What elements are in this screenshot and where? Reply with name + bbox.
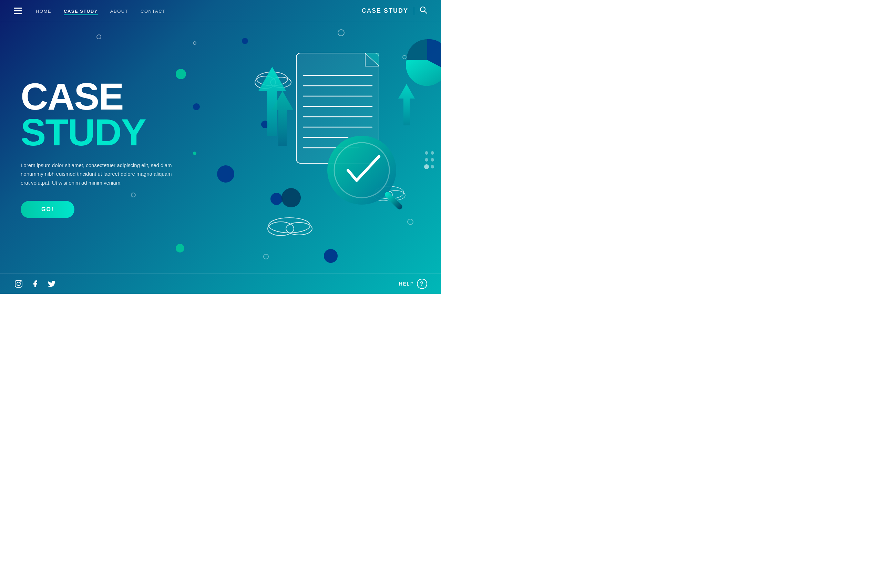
left-content: CASE STUDY Lorem ipsum dolor sit amet, c… (21, 78, 200, 218)
nav-right: CASE STUDY (362, 6, 427, 15)
svg-point-38 (20, 281, 21, 282)
svg-point-33 (430, 151, 434, 154)
twitter-icon[interactable] (47, 279, 57, 289)
nav-item-home[interactable]: HOME (36, 8, 51, 14)
hero-description: Lorem ipsum dolor sit amet, consectetuer… (21, 161, 176, 188)
main-content: CASE STUDY Lorem ipsum dolor sit amet, c… (0, 22, 441, 274)
instagram-icon[interactable] (14, 279, 23, 289)
page-wrapper: HOME CASE STUDY ABOUT CONTACT CASE STUDY (0, 0, 441, 294)
help-button[interactable]: ? (417, 279, 427, 289)
social-links (14, 279, 57, 289)
nav-item-case-study[interactable]: CASE STUDY (64, 8, 98, 14)
hamburger-menu[interactable] (14, 8, 22, 14)
nav-item-about[interactable]: ABOUT (110, 8, 128, 14)
nav-item-contact[interactable]: CONTACT (141, 8, 165, 14)
navbar: HOME CASE STUDY ABOUT CONTACT CASE STUDY (0, 0, 441, 22)
search-icon[interactable] (420, 6, 427, 15)
hero-title-case: CASE (21, 78, 200, 115)
nav-divider (414, 7, 414, 15)
svg-point-35 (430, 165, 434, 168)
svg-rect-36 (15, 280, 22, 287)
facebook-icon[interactable] (30, 279, 40, 289)
help-section: HELP ? (399, 279, 427, 289)
svg-point-34 (430, 158, 434, 162)
go-button[interactable]: GO! (21, 201, 74, 218)
footer: HELP ? (0, 273, 441, 294)
svg-point-32 (424, 164, 429, 169)
svg-line-1 (424, 11, 427, 14)
right-illustration (165, 22, 441, 274)
svg-point-30 (425, 151, 428, 154)
svg-point-37 (17, 282, 20, 285)
hero-title-study: STUDY (21, 114, 200, 150)
brand-text: CASE STUDY (362, 7, 408, 15)
help-label: HELP (399, 281, 414, 286)
svg-point-31 (425, 158, 428, 162)
nav-left: HOME CASE STUDY ABOUT CONTACT (14, 8, 165, 14)
illustration-svg (165, 22, 441, 249)
svg-point-29 (282, 188, 301, 207)
nav-links: HOME CASE STUDY ABOUT CONTACT (36, 8, 165, 14)
svg-point-5 (269, 218, 310, 233)
svg-marker-13 (398, 84, 415, 125)
